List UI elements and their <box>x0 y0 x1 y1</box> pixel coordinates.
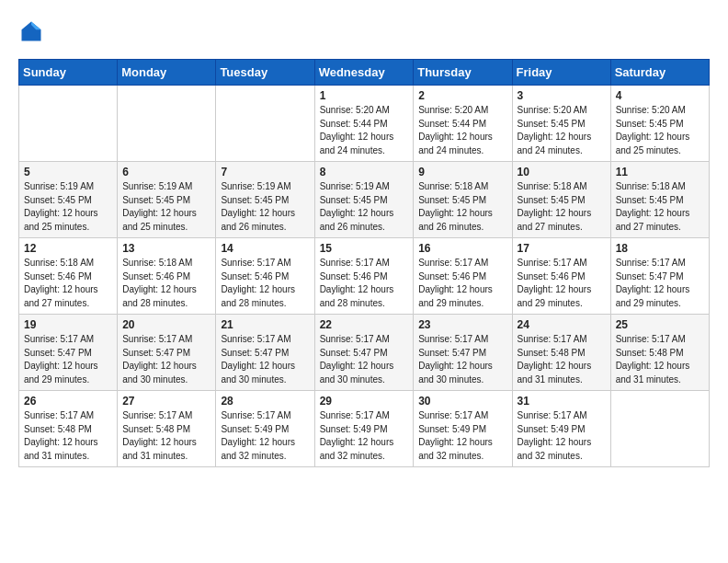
calendar-cell: 2Sunrise: 5:20 AM Sunset: 5:44 PM Daylig… <box>414 86 512 162</box>
day-info: Sunrise: 5:17 AM Sunset: 5:46 PM Dayligh… <box>518 257 606 310</box>
calendar-cell: 10Sunrise: 5:18 AM Sunset: 5:45 PM Dayli… <box>512 162 610 238</box>
day-number: 27 <box>122 395 210 408</box>
day-number: 22 <box>320 318 409 331</box>
calendar-cell: 8Sunrise: 5:19 AM Sunset: 5:45 PM Daylig… <box>314 162 414 238</box>
day-number: 23 <box>418 318 506 331</box>
calendar-cell: 16Sunrise: 5:17 AM Sunset: 5:46 PM Dayli… <box>414 238 512 315</box>
calendar-cell: 26Sunrise: 5:17 AM Sunset: 5:48 PM Dayli… <box>19 391 118 467</box>
day-number: 14 <box>221 242 309 255</box>
day-number: 13 <box>122 242 210 255</box>
day-info: Sunrise: 5:18 AM Sunset: 5:45 PM Dayligh… <box>518 180 606 234</box>
day-info: Sunrise: 5:18 AM Sunset: 5:46 PM Dayligh… <box>24 257 112 310</box>
calendar-cell: 29Sunrise: 5:17 AM Sunset: 5:49 PM Dayli… <box>314 391 414 467</box>
day-number: 25 <box>616 318 704 331</box>
calendar-cell: 14Sunrise: 5:17 AM Sunset: 5:46 PM Dayli… <box>216 238 314 315</box>
calendar-cell: 24Sunrise: 5:17 AM Sunset: 5:48 PM Dayli… <box>512 315 610 391</box>
calendar-week-row: 26Sunrise: 5:17 AM Sunset: 5:48 PM Dayli… <box>19 391 710 467</box>
day-info: Sunrise: 5:17 AM Sunset: 5:46 PM Dayligh… <box>221 257 309 310</box>
day-number: 7 <box>221 166 309 178</box>
calendar-cell: 6Sunrise: 5:19 AM Sunset: 5:45 PM Daylig… <box>118 162 216 238</box>
day-info: Sunrise: 5:20 AM Sunset: 5:45 PM Dayligh… <box>616 104 704 157</box>
logo <box>18 18 48 44</box>
calendar-cell <box>610 391 709 467</box>
calendar-cell: 20Sunrise: 5:17 AM Sunset: 5:47 PM Dayli… <box>118 315 216 391</box>
day-number: 15 <box>320 242 409 255</box>
calendar-cell: 27Sunrise: 5:17 AM Sunset: 5:48 PM Dayli… <box>118 391 216 467</box>
calendar-day-header: Monday <box>118 60 216 86</box>
day-info: Sunrise: 5:17 AM Sunset: 5:49 PM Dayligh… <box>221 409 309 463</box>
calendar-day-header: Saturday <box>610 60 709 86</box>
day-info: Sunrise: 5:18 AM Sunset: 5:46 PM Dayligh… <box>122 257 210 310</box>
calendar-day-header: Sunday <box>19 60 118 86</box>
day-info: Sunrise: 5:17 AM Sunset: 5:48 PM Dayligh… <box>616 333 704 386</box>
calendar-cell: 28Sunrise: 5:17 AM Sunset: 5:49 PM Dayli… <box>216 391 314 467</box>
calendar-cell: 5Sunrise: 5:19 AM Sunset: 5:45 PM Daylig… <box>19 162 118 238</box>
day-number: 5 <box>24 166 112 178</box>
calendar-cell: 31Sunrise: 5:17 AM Sunset: 5:49 PM Dayli… <box>512 391 610 467</box>
calendar-cell: 30Sunrise: 5:17 AM Sunset: 5:49 PM Dayli… <box>414 391 512 467</box>
calendar-cell: 9Sunrise: 5:18 AM Sunset: 5:45 PM Daylig… <box>414 162 512 238</box>
day-number: 30 <box>418 395 506 408</box>
calendar-cell <box>118 86 216 162</box>
day-info: Sunrise: 5:19 AM Sunset: 5:45 PM Dayligh… <box>24 180 112 234</box>
calendar-day-header: Thursday <box>414 60 512 86</box>
calendar-cell: 21Sunrise: 5:17 AM Sunset: 5:47 PM Dayli… <box>216 315 314 391</box>
day-number: 4 <box>616 89 704 102</box>
day-info: Sunrise: 5:20 AM Sunset: 5:45 PM Dayligh… <box>518 104 606 157</box>
day-number: 28 <box>221 395 309 408</box>
day-number: 8 <box>320 166 409 178</box>
calendar-week-row: 1Sunrise: 5:20 AM Sunset: 5:44 PM Daylig… <box>19 86 710 162</box>
day-number: 24 <box>518 318 606 331</box>
logo-icon <box>18 18 44 44</box>
day-info: Sunrise: 5:17 AM Sunset: 5:47 PM Dayligh… <box>418 333 506 386</box>
calendar-cell: 12Sunrise: 5:18 AM Sunset: 5:46 PM Dayli… <box>19 238 118 315</box>
day-info: Sunrise: 5:17 AM Sunset: 5:46 PM Dayligh… <box>320 257 409 310</box>
calendar-cell: 18Sunrise: 5:17 AM Sunset: 5:47 PM Dayli… <box>610 238 709 315</box>
day-info: Sunrise: 5:18 AM Sunset: 5:45 PM Dayligh… <box>418 180 506 234</box>
calendar-cell: 15Sunrise: 5:17 AM Sunset: 5:46 PM Dayli… <box>314 238 414 315</box>
day-number: 16 <box>418 242 506 255</box>
day-info: Sunrise: 5:17 AM Sunset: 5:48 PM Dayligh… <box>518 333 606 386</box>
day-info: Sunrise: 5:18 AM Sunset: 5:45 PM Dayligh… <box>616 180 704 234</box>
calendar-cell: 22Sunrise: 5:17 AM Sunset: 5:47 PM Dayli… <box>314 315 414 391</box>
calendar-cell: 17Sunrise: 5:17 AM Sunset: 5:46 PM Dayli… <box>512 238 610 315</box>
calendar-cell: 19Sunrise: 5:17 AM Sunset: 5:47 PM Dayli… <box>19 315 118 391</box>
day-info: Sunrise: 5:17 AM Sunset: 5:47 PM Dayligh… <box>221 333 309 386</box>
day-info: Sunrise: 5:17 AM Sunset: 5:47 PM Dayligh… <box>122 333 210 386</box>
day-number: 19 <box>24 318 112 331</box>
calendar-week-row: 12Sunrise: 5:18 AM Sunset: 5:46 PM Dayli… <box>19 238 710 315</box>
page-header <box>18 18 710 44</box>
day-number: 12 <box>24 242 112 255</box>
day-number: 18 <box>616 242 704 255</box>
calendar-cell: 4Sunrise: 5:20 AM Sunset: 5:45 PM Daylig… <box>610 86 709 162</box>
day-number: 17 <box>518 242 606 255</box>
calendar-header-row: SundayMondayTuesdayWednesdayThursdayFrid… <box>19 60 710 86</box>
day-number: 21 <box>221 318 309 331</box>
day-info: Sunrise: 5:17 AM Sunset: 5:47 PM Dayligh… <box>320 333 409 386</box>
day-number: 3 <box>518 89 606 102</box>
calendar-cell: 7Sunrise: 5:19 AM Sunset: 5:45 PM Daylig… <box>216 162 314 238</box>
day-info: Sunrise: 5:17 AM Sunset: 5:48 PM Dayligh… <box>24 409 112 463</box>
day-number: 29 <box>320 395 409 408</box>
day-info: Sunrise: 5:19 AM Sunset: 5:45 PM Dayligh… <box>221 180 309 234</box>
day-info: Sunrise: 5:17 AM Sunset: 5:49 PM Dayligh… <box>320 409 409 463</box>
day-info: Sunrise: 5:17 AM Sunset: 5:47 PM Dayligh… <box>616 257 704 310</box>
day-info: Sunrise: 5:17 AM Sunset: 5:49 PM Dayligh… <box>518 409 606 463</box>
day-info: Sunrise: 5:20 AM Sunset: 5:44 PM Dayligh… <box>320 104 409 157</box>
calendar-cell: 1Sunrise: 5:20 AM Sunset: 5:44 PM Daylig… <box>314 86 414 162</box>
day-number: 1 <box>320 89 409 102</box>
calendar-cell: 25Sunrise: 5:17 AM Sunset: 5:48 PM Dayli… <box>610 315 709 391</box>
calendar-cell <box>216 86 314 162</box>
calendar-week-row: 19Sunrise: 5:17 AM Sunset: 5:47 PM Dayli… <box>19 315 710 391</box>
calendar-cell: 11Sunrise: 5:18 AM Sunset: 5:45 PM Dayli… <box>610 162 709 238</box>
day-number: 26 <box>24 395 112 408</box>
day-info: Sunrise: 5:17 AM Sunset: 5:48 PM Dayligh… <box>122 409 210 463</box>
calendar-table: SundayMondayTuesdayWednesdayThursdayFrid… <box>18 59 710 467</box>
day-info: Sunrise: 5:17 AM Sunset: 5:49 PM Dayligh… <box>418 409 506 463</box>
day-number: 31 <box>518 395 606 408</box>
day-info: Sunrise: 5:17 AM Sunset: 5:46 PM Dayligh… <box>418 257 506 310</box>
day-number: 10 <box>518 166 606 178</box>
day-number: 9 <box>418 166 506 178</box>
day-info: Sunrise: 5:19 AM Sunset: 5:45 PM Dayligh… <box>320 180 409 234</box>
calendar-day-header: Wednesday <box>314 60 414 86</box>
